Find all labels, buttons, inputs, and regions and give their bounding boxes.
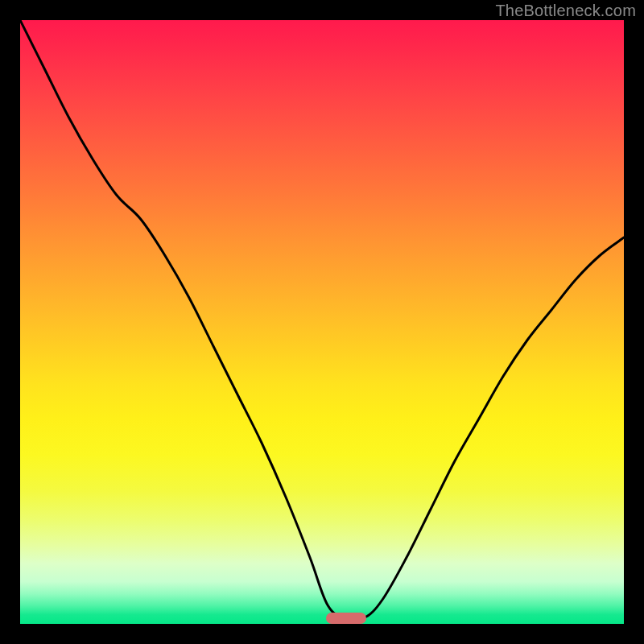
bottleneck-curve [20,20,624,624]
plot-area [20,20,624,624]
optimum-marker [326,613,366,624]
chart-frame: TheBottleneck.com [0,0,644,644]
watermark-text: TheBottleneck.com [495,2,636,20]
